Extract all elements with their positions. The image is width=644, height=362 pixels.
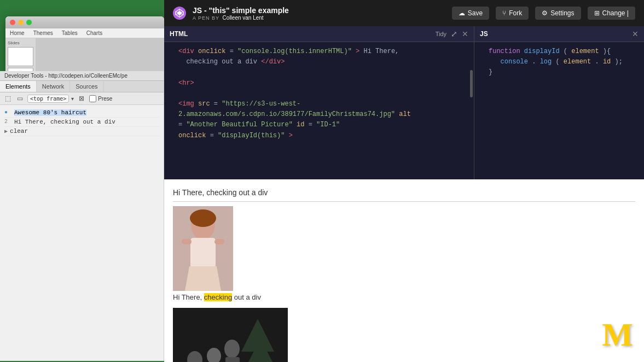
codepen-header: JS - "this" simple example A PEN BY Coll… xyxy=(164,0,644,26)
html-editor-actions: Tidy ⤢ ✕ xyxy=(436,30,468,38)
caption1-highlight: checking xyxy=(204,293,232,301)
cursor-icon[interactable]: ⬚ xyxy=(3,94,12,103)
svg-marker-14 xyxy=(185,266,221,291)
preview-div-1[interactable]: Hi There, checking out a div xyxy=(173,188,635,197)
save-button[interactable]: ☁ Save xyxy=(452,7,489,20)
editor-area: HTML Tidy ⤢ ✕ <div onclick = "console.lo… xyxy=(164,26,644,179)
svg-rect-24 xyxy=(225,357,240,362)
keynote-tables[interactable]: Tables xyxy=(60,30,80,37)
filter-icon[interactable]: ⊠ xyxy=(77,94,86,103)
code-line-1: <div onclick = "console.log(this.innerHT… xyxy=(167,46,471,57)
change-button[interactable]: ⊞ Change | xyxy=(588,7,636,20)
fork-button[interactable]: ⑂ Fork xyxy=(496,7,529,20)
settings-button[interactable]: ⚙ Settings xyxy=(535,7,581,20)
js-editor-actions: ✕ xyxy=(632,30,639,38)
grid-icon: ⊞ xyxy=(594,9,600,17)
preview-hr xyxy=(173,201,635,202)
console-item-1: ● Awesome 80's haircut xyxy=(4,108,159,118)
html-editor-body[interactable]: <div onclick = "console.log(this.innerHT… xyxy=(164,42,474,179)
code-line-8: = "Another Beautiful Picture" id = "ID-1… xyxy=(167,120,471,130)
frame-selector[interactable]: <top frame> xyxy=(27,95,69,103)
pen-by-label: A PEN BY xyxy=(193,15,219,21)
cloud-icon: ☁ xyxy=(459,9,465,17)
preview-div-2[interactable]: Another Div xyxy=(173,308,635,362)
tab-network[interactable]: Network xyxy=(37,81,70,92)
maximize-traffic-light[interactable] xyxy=(26,20,32,25)
devtools-titlebar: Developer Tools - http://codepen.io/Coll… xyxy=(0,71,164,81)
caption1-after: out a div xyxy=(232,293,261,301)
js-line-3: } xyxy=(478,67,641,78)
slides-label: Slides xyxy=(8,40,33,45)
preview-caption-1[interactable]: Hi There, checking out a div xyxy=(173,293,635,301)
svg-rect-12 xyxy=(182,239,192,244)
js-line-2: console . log ( element . id ); xyxy=(478,57,641,67)
console-arrow-icon: ▶ xyxy=(4,128,8,135)
js-editor: JS ✕ function displayId ( element ){ xyxy=(474,26,644,179)
preview-content: Hi There, checking out a div xyxy=(164,179,644,362)
keynote-themes[interactable]: Themes xyxy=(31,30,55,37)
devtools-toolbar: ⬚ ▭ <top frame> ▾ ⊠ Prese xyxy=(0,92,164,105)
html-editor-close[interactable]: ✕ xyxy=(462,30,468,38)
code-line-3 xyxy=(167,67,471,78)
devtools-tabs: Elements Network Sources xyxy=(0,81,164,92)
svg-point-23 xyxy=(224,340,240,358)
code-line-7: 2.amazonaws.com/s.cdpn.io/389177/FamilyC… xyxy=(167,109,471,120)
preview-image-2[interactable] xyxy=(173,308,288,362)
devtools-panel: Developer Tools - http://codepen.io/Coll… xyxy=(0,71,164,361)
caption1-before: Hi There, xyxy=(173,293,204,301)
preserve-label: Prese xyxy=(89,95,112,102)
svg-point-10 xyxy=(190,209,216,227)
codepen-pen-title: JS - "this" simple example xyxy=(193,6,445,15)
expand-icon[interactable]: ⤢ xyxy=(451,30,457,38)
scrollbar-thumb[interactable] xyxy=(470,70,473,97)
code-line-2: checking out a div </div> xyxy=(167,57,471,67)
devtools-content: ● Awesome 80's haircut 2 Hi There, check… xyxy=(0,105,164,139)
tab-sources[interactable]: Sources xyxy=(70,81,103,92)
codepen-logo xyxy=(173,7,186,20)
console-item-2: 2 Hi There, checking out a div xyxy=(4,118,159,127)
html-editor-header: HTML Tidy ⤢ ✕ xyxy=(164,26,474,42)
console-item-3: ▶ clear xyxy=(4,127,159,136)
keynote-toolbar: Home Themes Tables Charts xyxy=(5,28,164,38)
js-line-1: function displayId ( element ){ xyxy=(478,46,641,57)
code-line-5 xyxy=(167,89,471,99)
svg-rect-13 xyxy=(214,239,224,244)
js-editor-close[interactable]: ✕ xyxy=(632,30,639,38)
codepen-author-name: Colleen van Lent xyxy=(223,15,264,21)
tab-elements[interactable]: Elements xyxy=(0,81,37,92)
close-traffic-light[interactable] xyxy=(10,20,15,25)
preview-area: Hi There, checking out a div xyxy=(164,179,644,362)
codepen-area: JS - "this" simple example A PEN BY Coll… xyxy=(164,0,644,362)
code-line-9: onclick = "displayId(this)" > xyxy=(167,131,471,141)
preserve-checkbox[interactable] xyxy=(89,95,96,102)
svg-rect-11 xyxy=(190,238,216,268)
js-editor-header: JS ✕ xyxy=(474,26,644,42)
gear-icon: ⚙ xyxy=(542,9,548,17)
minimize-traffic-light[interactable] xyxy=(18,20,24,25)
code-line-4: <hr> xyxy=(167,78,471,89)
svg-marker-1 xyxy=(177,11,182,15)
keynote-charts[interactable]: Charts xyxy=(84,30,105,37)
keynote-home[interactable]: Home xyxy=(8,30,27,37)
mobile-icon[interactable]: ▭ xyxy=(15,94,24,103)
um-letter: M xyxy=(602,318,633,351)
um-logo: M xyxy=(602,318,633,351)
slide-thumb-1[interactable] xyxy=(8,47,33,66)
html-lang-label: HTML xyxy=(170,30,188,38)
codepen-pen-author-line: A PEN BY Colleen van Lent xyxy=(193,15,445,21)
fork-icon: ⑂ xyxy=(502,9,506,17)
code-line-6: <img src = "https://s3-us-west- xyxy=(167,99,471,109)
keynote-titlebar xyxy=(5,16,164,28)
html-editor: HTML Tidy ⤢ ✕ <div onclick = "console.lo… xyxy=(164,26,474,179)
pen-title-area: JS - "this" simple example A PEN BY Coll… xyxy=(193,6,445,21)
js-lang-label: JS xyxy=(480,30,488,38)
preview-image-1[interactable] xyxy=(173,206,233,291)
tidy-button[interactable]: Tidy xyxy=(436,31,446,37)
js-editor-body[interactable]: function displayId ( element ){ console … xyxy=(474,42,644,179)
